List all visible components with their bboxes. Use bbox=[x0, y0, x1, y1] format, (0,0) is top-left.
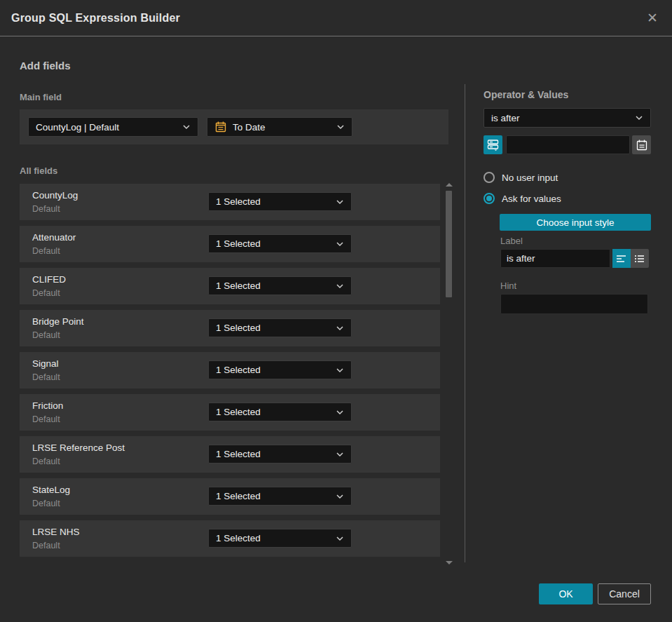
field-sublabel: Default bbox=[32, 204, 60, 214]
field-name: LRSE NHS bbox=[32, 527, 80, 537]
field-row: CLIFED Default 1 Selected bbox=[20, 268, 440, 304]
radio-no-user-input[interactable]: No user input bbox=[484, 172, 558, 183]
field-name: Attenuator bbox=[32, 232, 76, 243]
field-row: Attenuator Default 1 Selected bbox=[20, 226, 440, 262]
chevron-down-icon bbox=[336, 410, 344, 415]
field-row: Bridge Point Default 1 Selected bbox=[20, 310, 440, 346]
field-name: Bridge Point bbox=[32, 316, 84, 327]
field-values-select-value: 1 Selected bbox=[216, 449, 331, 459]
scrollbar-thumb[interactable] bbox=[446, 191, 452, 297]
input-style-list-button[interactable] bbox=[631, 249, 649, 268]
stacked-values-icon bbox=[487, 139, 499, 151]
field-name: CLIFED bbox=[32, 274, 66, 285]
field-sublabel: Default bbox=[32, 372, 60, 382]
ok-button[interactable]: OK bbox=[539, 583, 593, 604]
chevron-down-icon bbox=[336, 124, 345, 130]
field-sublabel: Default bbox=[32, 499, 60, 508]
add-fields-heading: Add fields bbox=[20, 60, 71, 72]
main-field-panel: CountyLog | Default To Date bbox=[20, 109, 448, 144]
field-values-select[interactable]: 1 Selected bbox=[208, 192, 352, 211]
main-field-select[interactable]: CountyLog | Default bbox=[28, 117, 198, 137]
radio-no-user-input-label: No user input bbox=[502, 173, 558, 183]
all-fields-list: CountyLog Default 1 Selected Attenuator … bbox=[20, 184, 440, 562]
operator-select-value: is after bbox=[491, 113, 631, 123]
input-style-text-button[interactable] bbox=[612, 249, 631, 268]
chevron-down-icon bbox=[336, 325, 344, 331]
hint-label: Hint bbox=[500, 280, 516, 291]
field-values-select-value: 1 Selected bbox=[216, 491, 331, 501]
field-row: CountyLog Default 1 Selected bbox=[20, 184, 440, 220]
list-scrollbar[interactable] bbox=[444, 183, 455, 564]
label-input[interactable] bbox=[500, 249, 610, 268]
panel-divider bbox=[465, 84, 465, 562]
align-left-icon bbox=[616, 254, 627, 264]
all-fields-heading: All fields bbox=[20, 165, 57, 176]
dialog-title: Group SQL Expression Builder bbox=[11, 12, 180, 25]
value-calendar-button[interactable] bbox=[632, 135, 651, 154]
field-values-select[interactable]: 1 Selected bbox=[208, 403, 352, 421]
field-values-select-value: 1 Selected bbox=[216, 323, 331, 333]
field-row: Signal Default 1 Selected bbox=[20, 352, 440, 388]
bullet-list-icon bbox=[634, 254, 645, 264]
close-icon[interactable]: ✕ bbox=[644, 8, 661, 27]
date-type-select-value: To Date bbox=[233, 122, 332, 133]
field-name: CountyLog bbox=[32, 190, 78, 201]
field-sublabel: Default bbox=[32, 330, 60, 340]
field-values-select-value: 1 Selected bbox=[216, 407, 331, 417]
operator-values-heading: Operator & Values bbox=[484, 89, 568, 100]
hint-input[interactable] bbox=[500, 294, 648, 314]
field-row: Friction Default 1 Selected bbox=[20, 394, 440, 431]
calendar-icon bbox=[636, 139, 648, 151]
chevron-down-icon bbox=[336, 536, 344, 541]
field-name: Signal bbox=[32, 358, 59, 369]
field-values-select[interactable]: 1 Selected bbox=[208, 445, 352, 464]
group-sql-expression-builder-dialog: { "window": { "title": "Group SQL Expres… bbox=[0, 0, 672, 622]
field-values-select[interactable]: 1 Selected bbox=[208, 276, 352, 295]
field-sublabel: Default bbox=[32, 288, 60, 298]
main-field-select-value: CountyLog | Default bbox=[36, 122, 178, 133]
chevron-down-icon bbox=[336, 199, 344, 205]
chevron-down-icon bbox=[635, 115, 643, 121]
field-values-select-value: 1 Selected bbox=[216, 365, 331, 375]
field-values-select[interactable]: 1 Selected bbox=[208, 487, 352, 506]
stacked-values-button[interactable] bbox=[484, 135, 502, 154]
date-type-select[interactable]: To Date bbox=[207, 117, 352, 137]
operator-select[interactable]: is after bbox=[484, 108, 651, 128]
field-sublabel: Default bbox=[32, 414, 60, 424]
field-name: Friction bbox=[32, 400, 63, 411]
chevron-down-icon bbox=[182, 124, 191, 130]
chevron-down-icon bbox=[336, 452, 344, 457]
scroll-down-icon[interactable] bbox=[446, 561, 453, 564]
field-values-select[interactable]: 1 Selected bbox=[208, 318, 352, 337]
dialog-titlebar: Group SQL Expression Builder ✕ bbox=[0, 0, 672, 36]
chevron-down-icon bbox=[336, 241, 344, 247]
field-values-select-value: 1 Selected bbox=[216, 238, 331, 249]
field-name: StateLog bbox=[32, 485, 70, 495]
field-values-select[interactable]: 1 Selected bbox=[208, 234, 352, 253]
main-field-heading: Main field bbox=[20, 92, 62, 102]
label-label: Label bbox=[500, 236, 523, 246]
cancel-button[interactable]: Cancel bbox=[598, 583, 651, 604]
field-values-select-value: 1 Selected bbox=[216, 196, 331, 207]
choose-input-style-button[interactable]: Choose input style bbox=[500, 214, 651, 231]
field-values-select-value: 1 Selected bbox=[216, 280, 331, 291]
radio-unchecked-icon[interactable] bbox=[484, 172, 495, 183]
calendar-icon bbox=[214, 121, 227, 133]
field-row: LRSE NHS Default 1 Selected bbox=[20, 520, 440, 557]
scroll-up-icon[interactable] bbox=[446, 183, 453, 187]
field-values-select-value: 1 Selected bbox=[216, 533, 331, 543]
field-sublabel: Default bbox=[32, 541, 60, 550]
chevron-down-icon bbox=[336, 494, 344, 499]
field-row: StateLog Default 1 Selected bbox=[20, 478, 440, 515]
value-input[interactable] bbox=[506, 135, 630, 154]
field-values-select[interactable]: 1 Selected bbox=[208, 529, 352, 548]
field-sublabel: Default bbox=[32, 457, 60, 466]
radio-ask-for-values-label: Ask for values bbox=[502, 194, 561, 204]
chevron-down-icon bbox=[336, 283, 344, 289]
field-row: LRSE Reference Post Default 1 Selected bbox=[20, 436, 440, 473]
field-values-select[interactable]: 1 Selected bbox=[208, 360, 352, 379]
chevron-down-icon bbox=[336, 367, 344, 373]
radio-ask-for-values[interactable]: Ask for values bbox=[484, 193, 561, 204]
radio-checked-icon[interactable] bbox=[484, 193, 495, 204]
field-sublabel: Default bbox=[32, 246, 60, 256]
